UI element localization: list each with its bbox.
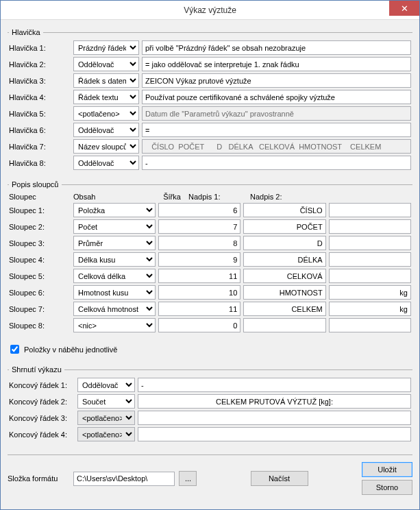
column-obsah-select[interactable]: Délka kusu: [73, 252, 156, 267]
header-row-select[interactable]: <potlačeno>: [73, 106, 139, 121]
header-row-select[interactable]: Prázdný řádek: [73, 40, 139, 55]
summary-row-label: Koncový řádek 4:: [9, 430, 75, 439]
close-button[interactable]: ✕: [389, 1, 419, 16]
load-button[interactable]: Načíst: [251, 471, 308, 486]
summary-legend: Shrnutí výkazu: [9, 365, 64, 374]
column-row-label: Sloupec 1:: [9, 206, 71, 215]
header-row-label: Hlavička 1:: [9, 44, 71, 52]
close-icon: ✕: [401, 3, 408, 14]
column-heading2-input[interactable]: [329, 219, 411, 234]
column-obsah-select[interactable]: Celková hmotnost: [73, 302, 156, 316]
column-heading2-input[interactable]: [329, 236, 411, 250]
column-heading2-input[interactable]: [329, 318, 411, 332]
save-button[interactable]: Uložit: [362, 462, 412, 477]
column-width-input[interactable]: [158, 318, 240, 332]
column-row: Sloupec 7:Celková hmotnost: [9, 302, 411, 316]
browse-button[interactable]: ...: [179, 471, 197, 486]
header-legend: Hlavička: [9, 28, 43, 36]
header-row-value[interactable]: [142, 40, 411, 55]
header-row: Hlavička 6:Oddělovač: [9, 123, 411, 137]
column-row: Sloupec 2:Počet: [9, 219, 411, 234]
column-obsah-select[interactable]: <nic>: [73, 318, 156, 332]
column-width-input[interactable]: [158, 219, 240, 234]
header-row-value[interactable]: [142, 73, 411, 88]
header-row-value[interactable]: [142, 57, 411, 71]
summary-row-value[interactable]: [138, 411, 411, 425]
header-row-select[interactable]: Název sloupců: [73, 139, 139, 154]
cancel-button[interactable]: Storno: [362, 480, 412, 495]
header-row-label: Hlavička 8:: [9, 159, 71, 167]
header-row-select[interactable]: Řádek s datem: [73, 73, 139, 88]
summary-row-value[interactable]: [138, 427, 411, 441]
column-obsah-select[interactable]: Počet: [73, 219, 156, 234]
column-row: Sloupec 4:Délka kusu: [9, 252, 411, 267]
column-width-input[interactable]: [158, 203, 240, 217]
column-row: Sloupec 5:Celková délka: [9, 269, 411, 283]
columns-legend: Popis sloupců: [9, 180, 62, 189]
header-row-value[interactable]: [142, 156, 411, 170]
summary-row-select[interactable]: <potlačeno>: [77, 427, 135, 441]
column-width-input[interactable]: [158, 269, 240, 283]
titlebar: Výkaz výztuže ✕: [1, 1, 419, 20]
column-heading1-input[interactable]: [243, 252, 325, 267]
summary-row-select[interactable]: Součet: [77, 394, 135, 409]
format-folder-input[interactable]: [73, 472, 175, 486]
columns-group: Popis sloupců Sloupec Obsah Šířka Nadpis…: [8, 180, 412, 336]
column-heading2-input[interactable]: [329, 252, 411, 267]
header-row-select[interactable]: Oddělovač: [73, 57, 139, 71]
header-row-label: Hlavička 3:: [9, 77, 71, 85]
format-folder-label: Složka formátu: [8, 474, 69, 483]
summary-row-label: Koncový řádek 1:: [9, 381, 75, 389]
column-heading1-input[interactable]: [243, 285, 325, 300]
header-row-label: Hlavička 4:: [9, 93, 71, 101]
header-row: Hlavička 8:Oddělovač: [9, 156, 411, 170]
window-title: Výkaz výztuže: [184, 5, 236, 15]
column-width-input[interactable]: [158, 285, 240, 300]
colhdr-nadpis1: Nadpis 1:: [188, 193, 247, 201]
items-individually-checkbox[interactable]: [10, 345, 19, 354]
column-row-label: Sloupec 4:: [9, 256, 71, 264]
column-heading2-input[interactable]: [329, 302, 411, 316]
column-heading2-input[interactable]: [329, 285, 411, 300]
header-row-label: Hlavička 5:: [9, 110, 71, 118]
summary-row-select[interactable]: Oddělovač: [77, 378, 135, 392]
column-obsah-select[interactable]: Průměr: [73, 236, 156, 250]
column-heading1-input[interactable]: [243, 236, 325, 250]
column-heading1-input[interactable]: [243, 203, 325, 217]
column-obsah-select[interactable]: Celková délka: [73, 269, 156, 283]
summary-row-value[interactable]: [138, 378, 411, 392]
header-row-select[interactable]: Oddělovač: [73, 156, 139, 170]
header-row-select[interactable]: Řádek textu: [73, 90, 139, 104]
header-row-value[interactable]: [142, 90, 411, 104]
column-width-input[interactable]: [158, 252, 240, 267]
column-heading2-input[interactable]: [329, 203, 411, 217]
header-row-select[interactable]: Oddělovač: [73, 123, 139, 137]
summary-row: Koncový řádek 1:Oddělovač: [9, 378, 411, 392]
header-row: Hlavička 3:Řádek s datem: [9, 73, 411, 88]
column-obsah-select[interactable]: Hmotnost kusu: [73, 285, 156, 300]
column-width-input[interactable]: [158, 302, 240, 316]
column-obsah-select[interactable]: Položka: [73, 203, 156, 217]
header-row-value[interactable]: [142, 123, 411, 137]
column-row: Sloupec 1:Položka: [9, 203, 411, 217]
column-row-label: Sloupec 8:: [9, 321, 71, 330]
items-individually-label[interactable]: Položky v náběhu jednotlivě: [24, 345, 117, 354]
column-heading1-input[interactable]: [243, 318, 325, 332]
column-width-input[interactable]: [158, 236, 240, 250]
column-heading1-input[interactable]: [243, 219, 325, 234]
summary-row: Koncový řádek 2:Součet: [9, 394, 411, 409]
column-heading1-input[interactable]: [243, 269, 325, 283]
column-row: Sloupec 6:Hmotnost kusu: [9, 285, 411, 300]
colhdr-nadpis2: Nadpis 2:: [250, 193, 309, 201]
summary-group: Shrnutí výkazu Koncový řádek 1:Oddělovač…: [8, 365, 412, 445]
column-heading2-input[interactable]: [329, 269, 411, 283]
summary-row-value[interactable]: [138, 394, 411, 409]
column-row-label: Sloupec 2:: [9, 223, 71, 231]
column-row-label: Sloupec 3:: [9, 239, 71, 247]
header-row: Hlavička 2:Oddělovač: [9, 57, 411, 71]
column-heading1-input[interactable]: [243, 302, 325, 316]
header-row-value: [142, 139, 411, 154]
colhdr-obsah: Obsah: [73, 193, 156, 201]
summary-row-select[interactable]: <potlačeno>: [77, 411, 135, 425]
summary-row: Koncový řádek 3:<potlačeno>: [9, 411, 411, 425]
